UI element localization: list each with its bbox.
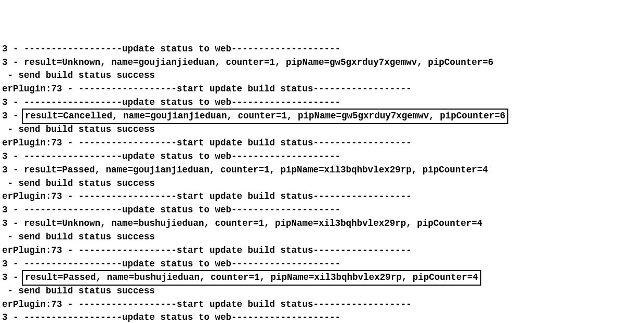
log-line-content: ------------------update status to web--… [24,312,340,322]
log-line-prefix: 3 - [2,312,24,322]
log-line-prefix: erPlugin:73 - [2,299,78,309]
log-line-content: send build status success [19,70,155,80]
log-line: erPlugin:73 - ------------------start up… [2,298,642,312]
log-line-prefix: 3 - [2,205,24,215]
log-line-content: ------------------start update build sta… [78,299,412,309]
log-line-prefix: - [2,232,19,242]
log-line-prefix: - [2,286,19,296]
log-line: erPlugin:73 - ------------------start up… [2,244,642,258]
log-line: 3 - result=Unknown, name=goujianjieduan,… [2,56,642,70]
log-line: 3 - ------------------update status to w… [2,311,642,323]
log-line-content: result=Cancelled, name=goujianjieduan, c… [22,109,508,124]
log-line-prefix: erPlugin:73 - [2,138,78,148]
log-line-content: ------------------start update build sta… [78,245,412,255]
log-line: 3 - ------------------update status to w… [2,150,642,164]
log-line: 3 - result=Unknown, name=bushujieduan, c… [2,217,642,231]
log-line-prefix: 3 - [2,57,24,68]
log-line-content: result=Passed, name=goujianjieduan, coun… [24,165,488,175]
log-line-prefix: 3 - [2,97,24,107]
log-line: - send build status success [2,231,642,244]
log-line: - send build status success [2,177,642,191]
log-line: erPlugin:73 - ------------------start up… [2,190,642,204]
log-line-prefix: - [2,124,19,134]
log-line-prefix: erPlugin:73 - [2,191,78,201]
log-line: 3 - result=Cancelled, name=goujianjiedua… [2,110,642,123]
log-line-prefix: 3 - [2,111,24,121]
log-line-content: result=Passed, name=bushujieduan, counte… [22,270,481,286]
log-output: 3 - ------------------update status to w… [2,43,642,323]
log-line: 3 - ------------------update status to w… [2,204,642,217]
log-line-prefix: 3 - [2,151,24,162]
log-line-prefix: - [2,70,19,80]
log-line: 3 - ------------------update status to w… [2,96,642,110]
log-line-content: send build status success [19,286,155,296]
log-line: erPlugin:73 - ------------------start up… [2,83,642,96]
log-line-prefix: 3 - [2,272,24,282]
log-line-prefix: 3 - [2,218,24,228]
log-line-prefix: 3 - [2,259,24,269]
log-line: 3 - result=Passed, name=goujianjieduan, … [2,164,642,177]
log-line: - send build status success [2,123,642,137]
log-line-content: ------------------start update build sta… [78,138,412,148]
log-line-prefix: erPlugin:73 - [2,84,78,94]
log-line-content: send build status success [19,124,155,134]
log-line-content: ------------------update status to web--… [24,151,340,162]
log-line: - send build status success [2,69,642,83]
log-line-prefix: erPlugin:73 - [2,245,78,255]
log-line-prefix: 3 - [2,165,24,175]
log-line-content: ------------------update status to web--… [24,205,340,215]
log-line: 3 - result=Passed, name=bushujieduan, co… [2,271,642,285]
log-line: - send build status success [2,285,642,298]
log-line-content: send build status success [19,178,155,189]
log-line-content: send build status success [19,232,155,242]
log-line: 3 - ------------------update status to w… [2,258,642,271]
log-line-content: ------------------start update build sta… [78,191,412,201]
log-line-content: ------------------update status to web--… [24,97,340,107]
log-line: 3 - ------------------update status to w… [2,43,642,56]
log-line-content: result=Unknown, name=goujianjieduan, cou… [24,57,493,68]
log-line-prefix: - [2,178,19,189]
log-line-content: ------------------update status to web--… [24,259,340,269]
log-line-prefix: 3 - [2,44,24,54]
log-line-content: result=Unknown, name=bushujieduan, count… [24,218,482,228]
log-line: erPlugin:73 - ------------------start up… [2,137,642,150]
log-line-content: ------------------start update build sta… [78,84,412,94]
log-line-content: ------------------update status to web--… [24,44,340,54]
